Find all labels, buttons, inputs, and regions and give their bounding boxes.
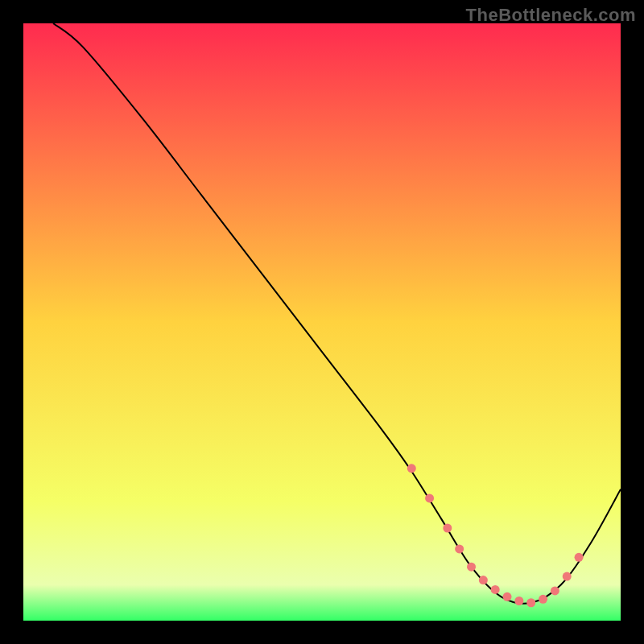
marker-dot [539,595,547,604]
chart-svg [23,23,621,621]
marker-dot [479,576,488,584]
marker-dot [563,572,572,581]
marker-dot [443,523,452,532]
chart-frame: TheBottleneck.com [0,0,644,644]
marker-dot [407,464,416,473]
marker-dot [526,598,535,607]
marker-dot [455,544,464,553]
gradient-background [23,23,621,621]
marker-dot [551,586,559,595]
marker-dot [575,553,584,562]
marker-dot [503,592,512,601]
marker-dot [467,563,476,572]
marker-dot [491,585,500,594]
marker-dot [425,493,434,502]
marker-dot [514,597,523,605]
chart-plot-area [23,23,621,621]
